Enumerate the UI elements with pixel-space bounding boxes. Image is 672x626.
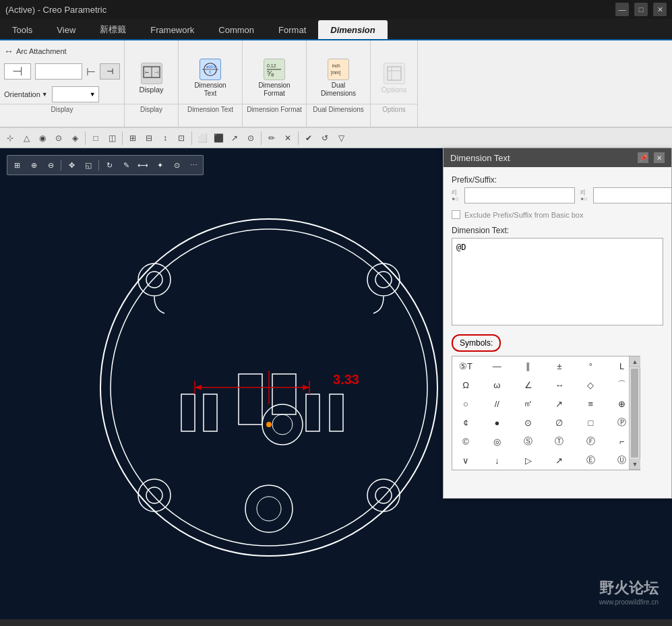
- tab-common[interactable]: Common: [206, 20, 266, 39]
- snap-icon[interactable]: ⊙: [169, 158, 184, 173]
- symbol-omega-cap[interactable]: Ω: [452, 375, 479, 394]
- svg-point-20: [367, 263, 400, 296]
- symbol-F-circle[interactable]: Ⓕ: [577, 432, 604, 451]
- symbol-chevron-down[interactable]: ∨: [452, 451, 479, 470]
- tab-tools[interactable]: Tools: [0, 20, 44, 39]
- watermark-url: www.proowildfire.cn: [599, 598, 659, 606]
- symbol-odot[interactable]: ⊙: [515, 413, 542, 432]
- toolbar-icon-20[interactable]: ▽: [334, 131, 348, 146]
- toolbar-icon-17[interactable]: ✕: [280, 131, 295, 146]
- arc-attachment-button[interactable]: ↔ Arc Attachment: [4, 46, 67, 57]
- symbols-section: Symbols: ⑤T — ∥ ± ° L Ω ω ∠ ↔ ◇ ⌒: [452, 334, 663, 470]
- symbol-equiv[interactable]: ≡: [577, 394, 604, 413]
- zoom-in-icon[interactable]: ⊕: [26, 158, 41, 173]
- toolbar-icon-2[interactable]: △: [19, 131, 34, 146]
- toolbar-icon-16[interactable]: ✏: [264, 131, 279, 146]
- symbol-S-circle[interactable]: Ⓢ: [515, 432, 542, 451]
- toolbar-icon-3[interactable]: ◉: [35, 131, 50, 146]
- close-button[interactable]: ✕: [653, 3, 667, 16]
- ribbon-section-display-arc: ↔ Arc Attachment ⊣ ⊢ ⊣ Orientation▼ ▼ Di…: [0, 40, 125, 127]
- toolbar-icon-5[interactable]: ◈: [67, 131, 82, 146]
- toolbar-icon-11[interactable]: ⊡: [174, 131, 189, 146]
- scroll-thumb[interactable]: [631, 369, 638, 458]
- exclude-checkbox[interactable]: [452, 210, 460, 219]
- toolbar-icon-19[interactable]: ↺: [317, 131, 332, 146]
- tab-framework[interactable]: Framework: [138, 20, 206, 39]
- symbol-degree[interactable]: °: [577, 356, 604, 375]
- ribbon: ↔ Arc Attachment ⊣ ⊢ ⊣ Orientation▼ ▼ Di…: [0, 40, 672, 128]
- options-button[interactable]: Options: [377, 60, 411, 96]
- toolbar-icon-6[interactable]: □: [88, 131, 103, 146]
- rotate-icon[interactable]: ↻: [102, 158, 117, 173]
- dimension-format-button[interactable]: 0.12 ⁵⁄₈ DimensionFormat: [254, 56, 294, 100]
- toolbar-icon-13[interactable]: ⬛: [211, 131, 226, 146]
- dimension-text-button[interactable]: ⌀10.0 0 DimensionText: [190, 56, 230, 100]
- pan-icon[interactable]: ✥: [64, 158, 79, 173]
- symbol-diamond[interactable]: ◇: [577, 375, 604, 394]
- minimize-button[interactable]: —: [615, 3, 629, 16]
- toolbar-icon-10[interactable]: ↕: [158, 131, 173, 146]
- ribbon-section-options: Options Options: [371, 40, 418, 127]
- symbol-ne-arrow[interactable]: ↗: [546, 394, 573, 413]
- symbol-E-circle[interactable]: Ⓔ: [577, 451, 604, 470]
- symbol-dash[interactable]: —: [483, 356, 510, 375]
- toolbar-icon-15[interactable]: ⊙: [243, 131, 258, 146]
- symbol-dblarrow[interactable]: ↔: [546, 375, 573, 394]
- orientation-button[interactable]: Orientation▼: [4, 90, 48, 98]
- dim-text-textarea[interactable]: @D: [452, 238, 663, 325]
- symbol-triangle-right[interactable]: ▷: [515, 451, 542, 470]
- tab-format[interactable]: Format: [266, 20, 318, 39]
- scroll-up[interactable]: ▲: [630, 356, 640, 367]
- more-icon[interactable]: ⋯: [186, 158, 201, 173]
- zoom-out-icon[interactable]: ⊖: [43, 158, 58, 173]
- select-icon[interactable]: ◱: [81, 158, 96, 173]
- prefix-input[interactable]: [464, 187, 575, 204]
- toolbar-icon-1[interactable]: ⊹: [3, 131, 18, 146]
- symbol-omega[interactable]: ω: [483, 375, 510, 394]
- svg-rect-31: [330, 394, 343, 431]
- sketch-icon[interactable]: ✎: [119, 158, 133, 173]
- symbol-down-arrow[interactable]: ↓: [483, 451, 510, 470]
- orientation-dropdown[interactable]: ▼: [52, 86, 99, 102]
- toolbar-icon-8[interactable]: ⊞: [125, 131, 140, 146]
- measure-icon[interactable]: ⟷: [135, 158, 150, 173]
- symbol-bullseye[interactable]: ◎: [483, 432, 510, 451]
- toolbar-icon-4[interactable]: ⊙: [51, 131, 66, 146]
- toolbar-icon-12[interactable]: ⬜: [195, 131, 210, 146]
- display-button[interactable]: ⊢ ⊣ Display: [135, 60, 169, 96]
- toolbar-icon-14[interactable]: ↗: [227, 131, 242, 146]
- point-icon[interactable]: ✦: [152, 158, 167, 173]
- canvas-sep-2: [98, 160, 99, 170]
- toolbar-icon-18[interactable]: ✔: [301, 131, 316, 146]
- symbol-ST[interactable]: ⑤T: [452, 356, 479, 375]
- symbol-circle[interactable]: ○: [452, 394, 479, 413]
- symbol-parallel[interactable]: ∥: [515, 356, 542, 375]
- maximize-button[interactable]: □: [634, 3, 648, 16]
- symbol-emptyset[interactable]: ∅: [546, 413, 573, 432]
- scroll-down[interactable]: ▼: [630, 459, 640, 470]
- toolbar-icon-9[interactable]: ⊟: [142, 131, 156, 146]
- symbol-slashslash[interactable]: //: [483, 394, 510, 413]
- suffix-input[interactable]: [593, 187, 671, 204]
- tab-new-label[interactable]: 新標籤: [88, 20, 138, 39]
- symbol-plusminus[interactable]: ±: [546, 356, 573, 375]
- panel-close-icon[interactable]: ✕: [654, 152, 665, 163]
- zoom-fit-icon[interactable]: ⊞: [9, 158, 24, 173]
- symbol-cent[interactable]: ¢: [452, 413, 479, 432]
- canvas-sep-1: [61, 160, 61, 170]
- attachment-dropdown[interactable]: [35, 63, 82, 80]
- symbol-ne-arrow2[interactable]: ↗: [546, 451, 573, 470]
- tab-view[interactable]: View: [44, 20, 88, 39]
- symbol-sqm[interactable]: ㎡: [515, 394, 542, 413]
- symbol-copyright[interactable]: ©: [452, 432, 479, 451]
- symbol-angle[interactable]: ∠: [515, 375, 542, 394]
- panel-pin-icon[interactable]: 📌: [638, 152, 648, 163]
- dual-dimensions-button[interactable]: inch [mm] DualDimensions: [317, 56, 360, 100]
- toolbar-icon-7[interactable]: ◫: [104, 131, 119, 146]
- symbol-square[interactable]: □: [577, 413, 604, 432]
- tab-dimension[interactable]: Dimension: [318, 20, 387, 39]
- symbol-T-circle[interactable]: Ⓣ: [546, 432, 573, 451]
- symbols-scrollbar[interactable]: ▲ ▼: [629, 356, 640, 470]
- dim-text-label: Dimension Text:: [452, 226, 663, 235]
- symbol-bullet[interactable]: ●: [483, 413, 510, 432]
